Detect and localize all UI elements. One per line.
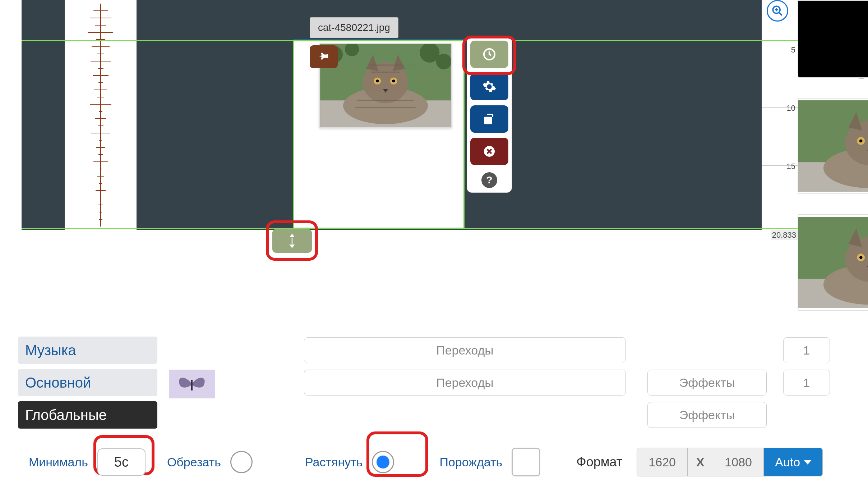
delete-icon — [483, 145, 496, 158]
svg-point-47 — [436, 54, 451, 69]
duplicate-button[interactable] — [470, 105, 508, 133]
cat-thumb-icon — [798, 215, 868, 310]
delete-button[interactable] — [470, 138, 508, 165]
clock-icon — [482, 47, 497, 61]
min-duration-label: Минималь — [29, 455, 88, 469]
effects-label: Эффекты — [679, 408, 735, 422]
settings-button[interactable] — [470, 73, 508, 100]
pin-icon — [318, 51, 329, 63]
format-width-value: 1620 — [648, 455, 676, 469]
format-separator: X — [688, 448, 713, 476]
effects-label: Эффекты — [679, 376, 735, 390]
ruler-tick-10: 10 — [787, 104, 795, 113]
audio-track[interactable] — [65, 0, 137, 230]
thumbnail-cat-1[interactable] — [798, 98, 868, 194]
selected-slide-frame[interactable] — [293, 40, 465, 229]
format-width-input[interactable]: 1620 — [637, 448, 688, 476]
thumbnail-black[interactable] — [798, 0, 868, 78]
cat-thumb-icon — [798, 99, 868, 193]
layer-tabs: Музыка Основной Глобальные — [18, 337, 157, 429]
parameter-row: Минималь Обрезать Растянуть Порождать Фо… — [22, 446, 854, 478]
resize-vertical-button[interactable] — [272, 229, 312, 253]
ruler-tick-15: 15 — [787, 162, 795, 171]
count-value: 1 — [803, 343, 810, 357]
stretch-radio[interactable] — [372, 451, 394, 473]
tab-main-label: Основной — [25, 375, 91, 391]
svg-point-39 — [392, 79, 395, 82]
time-ruler: 5 10 15 20.833 — [762, 0, 798, 237]
thumbnail-list — [798, 0, 868, 331]
stretch-label: Растянуть — [305, 455, 363, 469]
svg-point-60 — [859, 140, 863, 143]
thumbnail-cat-2[interactable] — [798, 214, 868, 311]
format-auto-dropdown[interactable]: Auto — [764, 448, 823, 476]
crop-label: Обрезать — [167, 455, 221, 469]
crop-radio[interactable] — [230, 451, 253, 473]
butterfly-icon — [176, 373, 208, 396]
timing-button[interactable] — [470, 41, 508, 68]
pin-button[interactable] — [310, 45, 338, 68]
svg-point-38 — [376, 79, 379, 82]
effects-button-1[interactable]: Эффекты — [647, 370, 767, 396]
waveform-icon — [86, 4, 115, 227]
count-box-2[interactable]: 1 — [783, 370, 830, 396]
butterfly-thumbnail[interactable] — [169, 370, 215, 398]
svg-point-68 — [859, 256, 863, 259]
cat-image-icon — [320, 44, 451, 127]
filename-tooltip: cat-4580221.jpg — [310, 17, 398, 38]
format-auto-label: Auto — [775, 455, 800, 469]
help-icon: ? — [486, 174, 492, 186]
ruler-tick-end: 20.833 — [771, 230, 798, 240]
transitions-button-1[interactable]: Переходы — [304, 337, 626, 363]
effects-button-2[interactable]: Эффекты — [647, 402, 767, 428]
gear-icon — [482, 79, 497, 94]
spawn-checkbox[interactable] — [512, 448, 540, 476]
transitions-button-2[interactable]: Переходы — [304, 370, 626, 396]
tab-main[interactable]: Основной — [18, 369, 157, 396]
copy-icon — [483, 112, 496, 126]
spawn-label: Порождать — [439, 455, 502, 469]
transitions-label: Переходы — [436, 343, 493, 357]
tab-music[interactable]: Музыка — [18, 337, 157, 364]
count-value: 1 — [803, 376, 810, 390]
slide-image[interactable] — [319, 43, 452, 128]
tab-music-label: Музыка — [25, 342, 76, 358]
help-button[interactable]: ? — [481, 172, 497, 188]
transitions-label: Переходы — [436, 376, 493, 390]
format-height-value: 1080 — [725, 455, 752, 469]
filename-text: cat-4580221.jpg — [318, 22, 390, 33]
tab-global[interactable]: Глобальные — [18, 401, 157, 429]
tab-global-label: Глобальные — [25, 407, 107, 423]
resize-vertical-icon — [287, 234, 297, 248]
ruler-tick-5: 5 — [791, 45, 795, 55]
format-label: Формат — [576, 454, 622, 470]
format-height-input[interactable]: 1080 — [713, 448, 764, 476]
slide-toolbar: ? — [467, 36, 512, 193]
count-box-1[interactable]: 1 — [783, 337, 830, 363]
format-x: X — [696, 455, 705, 469]
chevron-down-icon — [804, 460, 812, 465]
min-duration-input[interactable] — [97, 448, 146, 476]
